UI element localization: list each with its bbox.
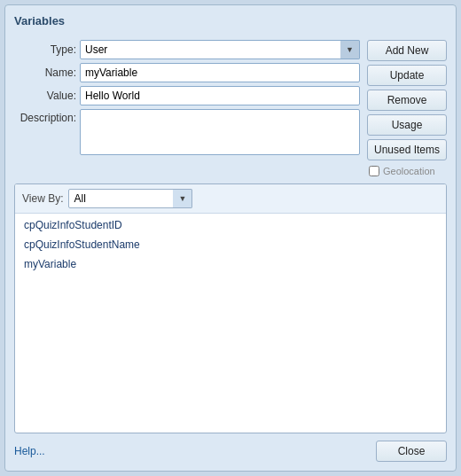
view-by-row: View By: All User System ▼ — [15, 184, 446, 214]
value-label: Value: — [14, 90, 76, 102]
list-item[interactable]: cpQuizInfoStudentID — [15, 215, 446, 235]
view-by-label: View By: — [22, 192, 63, 205]
type-select[interactable]: User System — [80, 40, 360, 59]
help-link[interactable]: Help... — [14, 445, 45, 457]
name-input[interactable] — [80, 63, 360, 82]
description-row: Description: — [14, 109, 360, 155]
type-label: Type: — [14, 43, 76, 56]
variable-list: cpQuizInfoStudentID cpQuizInfoStudentNam… — [15, 214, 446, 433]
unused-items-button[interactable]: Unused Items — [367, 139, 447, 160]
list-item[interactable]: cpQuizInfoStudentName — [15, 235, 446, 254]
view-by-select[interactable]: All User System — [68, 189, 192, 208]
name-label: Name: — [14, 66, 76, 79]
update-button[interactable]: Update — [367, 65, 447, 86]
list-item[interactable]: myVariable — [15, 254, 446, 274]
form-fields: Type: User System ▼ Name: Value: — [14, 40, 360, 176]
geolocation-label: Geolocation — [383, 166, 435, 176]
view-section: View By: All User System ▼ cpQuizInfoStu… — [14, 183, 447, 433]
name-row: Name: — [14, 63, 360, 82]
geolocation-row: Geolocation — [367, 166, 447, 176]
value-row: Value: — [14, 86, 360, 105]
remove-button[interactable]: Remove — [367, 90, 447, 111]
add-new-button[interactable]: Add New — [367, 40, 447, 61]
dialog-title: Variables — [14, 14, 447, 31]
buttons-panel: Add New Update Remove Usage Unused Items… — [367, 40, 447, 176]
view-by-select-wrapper: All User System ▼ — [68, 189, 192, 208]
usage-button[interactable]: Usage — [367, 114, 447, 136]
value-input[interactable] — [80, 86, 360, 105]
type-select-wrapper: User System ▼ — [80, 40, 360, 59]
form-area: Type: User System ▼ Name: Value: — [14, 40, 447, 176]
close-button[interactable]: Close — [376, 441, 447, 462]
type-row: Type: User System ▼ — [14, 40, 360, 59]
variables-dialog: Variables Type: User System ▼ Name: — [4, 4, 457, 472]
description-textarea[interactable] — [80, 109, 360, 155]
footer: Help... Close — [14, 441, 447, 462]
description-label: Description: — [14, 112, 76, 124]
geolocation-checkbox[interactable] — [369, 166, 379, 176]
